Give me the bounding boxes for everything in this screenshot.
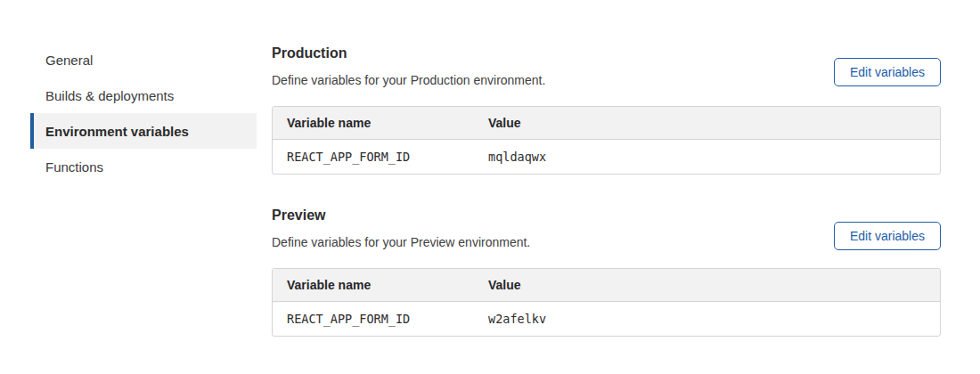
production-section: Production Define variables for your Pro… [272,45,941,175]
edit-variables-button-preview[interactable]: Edit variables [834,222,941,250]
preview-section: Preview Define variables for your Previe… [272,207,941,337]
sidebar-item-builds-deployments[interactable]: Builds & deployments [30,77,257,113]
table-header-row: Variable name Value [273,269,940,302]
variable-value-cell: w2afelkv [474,312,940,326]
variable-value-cell: mqldaqwx [474,150,940,164]
table-header-row: Variable name Value [273,107,940,140]
table-row: REACT_APP_FORM_ID mqldaqwx [273,140,940,174]
section-title-preview: Preview [272,207,941,223]
variable-name-cell: REACT_APP_FORM_ID [273,150,474,164]
table-row: REACT_APP_FORM_ID w2afelkv [273,302,940,336]
column-header-variable-name: Variable name [273,278,474,292]
environment-variables-panel: Production Define variables for your Pro… [272,45,941,337]
sidebar-item-functions[interactable]: Functions [30,149,257,184]
settings-sidebar: General Builds & deployments Environment… [30,42,257,184]
column-header-value: Value [474,278,940,292]
variable-name-cell: REACT_APP_FORM_ID [273,312,474,326]
sidebar-item-environment-variables[interactable]: Environment variables [30,113,257,149]
production-variables-table: Variable name Value REACT_APP_FORM_ID mq… [272,106,941,175]
edit-variables-button-production[interactable]: Edit variables [834,58,941,86]
sidebar-item-general[interactable]: General [30,42,257,77]
preview-variables-table: Variable name Value REACT_APP_FORM_ID w2… [272,268,941,337]
column-header-value: Value [474,116,940,130]
column-header-variable-name: Variable name [273,116,474,130]
